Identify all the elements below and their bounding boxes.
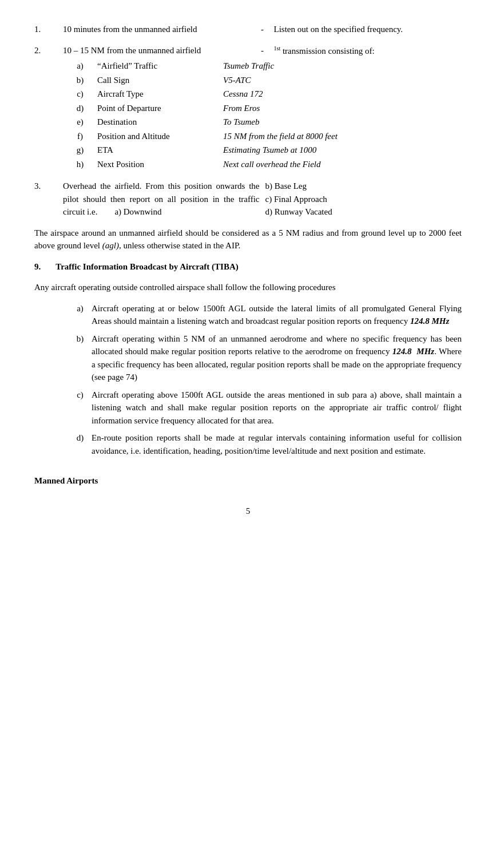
item-e-value: To Tsumeb [223, 116, 462, 129]
item-h-label: h) [63, 158, 97, 171]
section-9-item-d-label: d) [69, 431, 92, 457]
item-b-value: V5-ATC [223, 74, 462, 87]
section-9-intro: Any aircraft operating outside controlle… [34, 281, 462, 294]
item-a-desc: “Airfield” Traffic [97, 60, 223, 73]
section-1-number: 1. [34, 23, 63, 36]
item-g-label: g) [63, 144, 97, 157]
section-2-item-a: a) “Airfield” Traffic Tsumeb Traffic [63, 60, 462, 73]
item-d-value: From Eros [223, 102, 462, 115]
section-9-number: 9. [34, 262, 41, 271]
circuit-item-c: c) Final Approach [265, 193, 462, 206]
section-2: 2. 10 – 15 NM from the unmanned airfield… [34, 44, 462, 172]
item-g-value: Estimating Tsumeb at 1000 [223, 144, 462, 157]
section-9-item-b-text: Aircraft operating within 5 NM of an unm… [92, 332, 462, 384]
section-9-item-d-text: En-route position reports shall be made … [92, 431, 462, 457]
item-a-value: Tsumeb Traffic [223, 60, 462, 73]
section-2-header-row: 10 – 15 NM from the unmanned airfield - … [63, 44, 462, 58]
section-9-item-c-label: c) [69, 389, 92, 427]
item-c-label: c) [63, 88, 97, 101]
item-f-value: 15 NM from the field at 8000 feet [223, 130, 462, 143]
section-3-body: Overhead the airfield. From this positio… [63, 180, 462, 219]
section-2-detail: 1st transmission consisting of: [274, 44, 462, 58]
section-3-number: 3. [34, 180, 63, 219]
section-9-item-c-text: Aircraft operating above 1500ft AGL outs… [92, 389, 462, 427]
section-9-title: 9. Traffic Information Broadcast by Airc… [34, 260, 239, 274]
section-2-item-d: d) Point of Departure From Eros [63, 102, 462, 115]
section-9-item-b: b) Aircraft operating within 5 NM of an … [69, 332, 462, 384]
section-1-row: 10 minutes from the unmanned airfield - … [63, 23, 462, 36]
section-9-item-a-label: a) [69, 302, 92, 328]
section-3: 3. Overhead the airfield. From this posi… [34, 180, 462, 219]
section-9-item-d: d) En-route position reports shall be ma… [69, 431, 462, 457]
item-b-desc: Call Sign [97, 74, 223, 87]
section-2-content: 10 – 15 NM from the unmanned airfield - … [63, 44, 462, 172]
section-2-item-c: c) Aircraft Type Cessna 172 [63, 88, 462, 101]
section-2-item-f: f) Position and Altitude 15 NM from the … [63, 130, 462, 143]
item-c-value: Cessna 172 [223, 88, 462, 101]
item-g-desc: ETA [97, 144, 223, 157]
item-d-label: d) [63, 102, 97, 115]
section-3-content: Overhead the airfield. From this positio… [63, 180, 462, 219]
item-e-desc: Destination [97, 116, 223, 129]
circuit-item-d: d) Runway Vacated [265, 205, 462, 219]
bottom-heading: Manned Airports [34, 474, 462, 487]
section-2-item-b: b) Call Sign V5-ATC [63, 74, 462, 87]
item-h-desc: Next Position [97, 158, 223, 171]
section-9-item-a-text: Aircraft operating at or below 1500ft AG… [92, 302, 462, 328]
section-2-desc: 10 – 15 NM from the unmanned airfield [63, 44, 251, 58]
section-3-right-list: b) Base Leg c) Final Approach d) Runway … [260, 180, 462, 219]
section-2-item-e: e) Destination To Tsumeb [63, 116, 462, 129]
section-1-desc: 10 minutes from the unmanned airfield [63, 23, 251, 36]
section-2-dash: - [251, 44, 274, 58]
section-2-number: 2. [34, 44, 63, 172]
section-1-content: 10 minutes from the unmanned airfield - … [63, 23, 462, 36]
section-2-item-g: g) ETA Estimating Tsumeb at 1000 [63, 144, 462, 157]
section-3-left-text: Overhead the airfield. From this positio… [63, 180, 260, 219]
item-b-label: b) [63, 74, 97, 87]
item-e-label: e) [63, 116, 97, 129]
section-9-item-b-label: b) [69, 332, 92, 384]
section-9-item-a: a) Aircraft operating at or below 1500ft… [69, 302, 462, 328]
section-2-detail-text: transmission consisting of: [280, 46, 375, 56]
section-1-dash: - [251, 23, 274, 36]
section-9-title-text: Traffic Information Broadcast by Aircraf… [55, 262, 239, 271]
section-1: 1. 10 minutes from the unmanned airfield… [34, 23, 462, 36]
airspace-paragraph: The airspace around an unmanned airfield… [34, 227, 462, 252]
section-9-item-c: c) Aircraft operating above 1500ft AGL o… [69, 389, 462, 427]
item-f-label: f) [63, 130, 97, 143]
item-a-label: a) [63, 60, 97, 73]
circuit-item-b: b) Base Leg [265, 180, 462, 193]
section-2-item-h: h) Next Position Next call overhead the … [63, 158, 462, 171]
section-2-items: a) “Airfield” Traffic Tsumeb Traffic b) … [63, 60, 462, 171]
item-d-desc: Point of Departure [97, 102, 223, 115]
section-9-heading: 9. Traffic Information Broadcast by Airc… [34, 260, 462, 274]
item-c-desc: Aircraft Type [97, 88, 223, 101]
section-1-detail: Listen out on the specified frequency. [274, 23, 462, 36]
section-9-items: a) Aircraft operating at or below 1500ft… [69, 302, 462, 458]
page-number: 5 [34, 505, 462, 518]
item-h-value: Next call overhead the Field [223, 158, 462, 171]
item-f-desc: Position and Altitude [97, 130, 223, 143]
